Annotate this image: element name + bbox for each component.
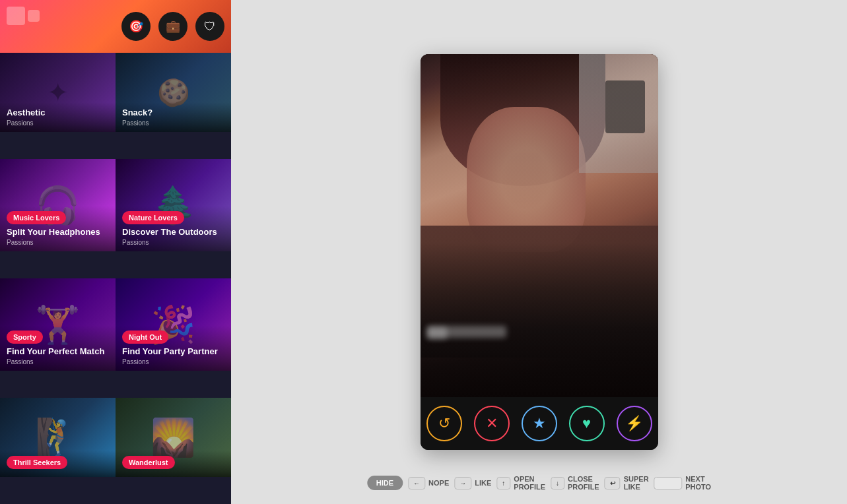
kb-close-profile-key: ↓ bbox=[551, 477, 564, 489]
card-title-sporty: Find Your Perfect Match bbox=[7, 346, 109, 357]
badge-nightout: Night Out bbox=[122, 331, 168, 344]
card-subtitle-music: Passions bbox=[7, 239, 109, 246]
like-button[interactable]: ♥ bbox=[569, 406, 605, 441]
boost-icon: ⚡ bbox=[625, 415, 643, 432]
like-icon: ♥ bbox=[582, 415, 591, 432]
kb-like-label: LIKE bbox=[475, 479, 491, 487]
explore-icon: 🎯 bbox=[129, 19, 143, 34]
keyboard-bar: HIDE ← NOPE → LIKE ↑ OPEN PROFILE ↓ CLOS… bbox=[367, 475, 711, 491]
kb-like: → LIKE bbox=[454, 477, 491, 489]
badge-sporty: Sporty bbox=[7, 331, 43, 344]
kb-open-profile-key: ↑ bbox=[496, 477, 510, 489]
main-area: ↺ ✕ ★ ♥ ⚡ HIDE ← NOPE bbox=[231, 0, 847, 504]
cards-grid: ✦ Aesthetic Passions 🍪 Snack? Passions 🎧… bbox=[0, 53, 231, 504]
card-snack[interactable]: 🍪 Snack? Passions bbox=[116, 53, 231, 132]
logo-area bbox=[7, 7, 40, 25]
explore-icon-btn[interactable]: 🎯 bbox=[121, 12, 151, 41]
card-nature[interactable]: 🌲 Nature Lovers Discover The Outdoors Pa… bbox=[116, 159, 231, 251]
card-aesthetic[interactable]: ✦ Aesthetic Passions bbox=[0, 53, 116, 132]
card-subtitle-aesthetic: Passions bbox=[7, 119, 109, 127]
badge-nature: Nature Lovers bbox=[122, 211, 184, 224]
card-content-music: Music Lovers Split Your Headphones Passi… bbox=[0, 206, 116, 251]
shield-icon-btn[interactable]: 🛡 bbox=[195, 12, 224, 41]
card-nightout[interactable]: 🎉 Night Out Find Your Party Partner Pass… bbox=[116, 278, 231, 371]
badge-wanderlust: Wanderlust bbox=[122, 456, 175, 469]
left-panel: 🎯 💼 🛡 ✦ Aesthetic Passions 🍪 bbox=[0, 0, 231, 504]
kb-like-key-icon: → bbox=[459, 480, 466, 487]
card-title-nightout: Find Your Party Partner bbox=[122, 346, 224, 357]
messages-icon: 💼 bbox=[166, 19, 180, 34]
logo-box bbox=[7, 7, 25, 25]
kb-nope: ← NOPE bbox=[408, 477, 449, 489]
shield-icon: 🛡 bbox=[204, 20, 216, 34]
kb-super-like-key: ↩ bbox=[605, 477, 621, 489]
card-wanderlust[interactable]: 🌄 Wanderlust bbox=[116, 398, 231, 477]
kb-open-profile-key-icon: ↑ bbox=[502, 480, 505, 487]
card-subtitle-sporty: Passions bbox=[7, 358, 109, 365]
profile-age-blurred bbox=[427, 327, 447, 339]
kb-close-profile-label: CLOSE PROFILE bbox=[568, 475, 599, 491]
card-title-music: Split Your Headphones bbox=[7, 227, 109, 237]
card-content-aesthetic: Aesthetic Passions bbox=[0, 102, 116, 132]
kb-next-photo-key bbox=[654, 477, 683, 489]
card-subtitle-snack: Passions bbox=[122, 119, 224, 127]
card-content-nature: Nature Lovers Discover The Outdoors Pass… bbox=[116, 206, 231, 251]
rewind-icon: ↺ bbox=[438, 415, 450, 432]
logo-box-small bbox=[28, 10, 40, 22]
kb-close-profile-key-icon: ↓ bbox=[556, 480, 559, 487]
photo-overlay bbox=[421, 54, 658, 397]
badge-thrill: Thrill Seekers bbox=[7, 456, 67, 469]
kb-next-photo-label: NEXT PHOTO bbox=[685, 475, 711, 491]
kb-open-profile: ↑ OPEN PROFILE bbox=[496, 475, 545, 491]
hide-label: HIDE bbox=[376, 479, 393, 487]
kb-nope-label: NOPE bbox=[428, 479, 449, 487]
boost-button[interactable]: ⚡ bbox=[617, 406, 652, 441]
profile-photo bbox=[421, 54, 658, 397]
kb-like-key: → bbox=[454, 477, 471, 489]
card-music[interactable]: 🎧 Music Lovers Split Your Headphones Pas… bbox=[0, 159, 116, 251]
kb-nope-key: ← bbox=[408, 477, 425, 489]
card-title-snack: Snack? bbox=[122, 108, 224, 118]
profile-actions: ↺ ✕ ★ ♥ ⚡ bbox=[421, 397, 658, 450]
top-header: 🎯 💼 🛡 bbox=[0, 0, 231, 53]
nope-icon: ✕ bbox=[486, 415, 498, 432]
card-content-sporty: Sporty Find Your Perfect Match Passions bbox=[0, 325, 116, 371]
card-subtitle-nightout: Passions bbox=[122, 358, 224, 365]
kb-close-profile: ↓ CLOSE PROFILE bbox=[551, 475, 599, 491]
kb-open-profile-label: OPEN PROFILE bbox=[514, 475, 545, 491]
star-button[interactable]: ★ bbox=[522, 406, 557, 441]
kb-next-photo: NEXT PHOTO bbox=[654, 475, 712, 491]
card-thrill[interactable]: 🧗 Thrill Seekers bbox=[0, 398, 116, 477]
card-content-nightout: Night Out Find Your Party Partner Passio… bbox=[116, 325, 231, 371]
profile-card: ↺ ✕ ★ ♥ ⚡ bbox=[421, 54, 658, 450]
kb-nope-key-icon: ← bbox=[413, 480, 420, 487]
card-subtitle-nature: Passions bbox=[122, 239, 224, 246]
kb-super-like: ↩ SUPER LIKE bbox=[605, 475, 649, 491]
nope-button[interactable]: ✕ bbox=[474, 406, 510, 441]
card-title-nature: Discover The Outdoors bbox=[122, 227, 224, 237]
kb-next-photo-key-spacer bbox=[663, 480, 674, 487]
hide-button[interactable]: HIDE bbox=[367, 476, 403, 490]
card-content-thrill: Thrill Seekers bbox=[0, 451, 116, 477]
star-icon: ★ bbox=[533, 415, 546, 432]
card-sporty[interactable]: 🏋 Sporty Find Your Perfect Match Passion… bbox=[0, 278, 116, 371]
kb-super-like-label: SUPER LIKE bbox=[624, 475, 649, 491]
rewind-button[interactable]: ↺ bbox=[426, 406, 462, 441]
card-title-aesthetic: Aesthetic bbox=[7, 108, 109, 118]
kb-super-like-key-icon: ↩ bbox=[610, 480, 615, 487]
badge-music: Music Lovers bbox=[7, 211, 66, 224]
card-content-snack: Snack? Passions bbox=[116, 102, 231, 132]
header-icons: 🎯 💼 🛡 bbox=[121, 12, 224, 41]
messages-icon-btn[interactable]: 💼 bbox=[158, 12, 187, 41]
card-content-wanderlust: Wanderlust bbox=[116, 451, 231, 477]
